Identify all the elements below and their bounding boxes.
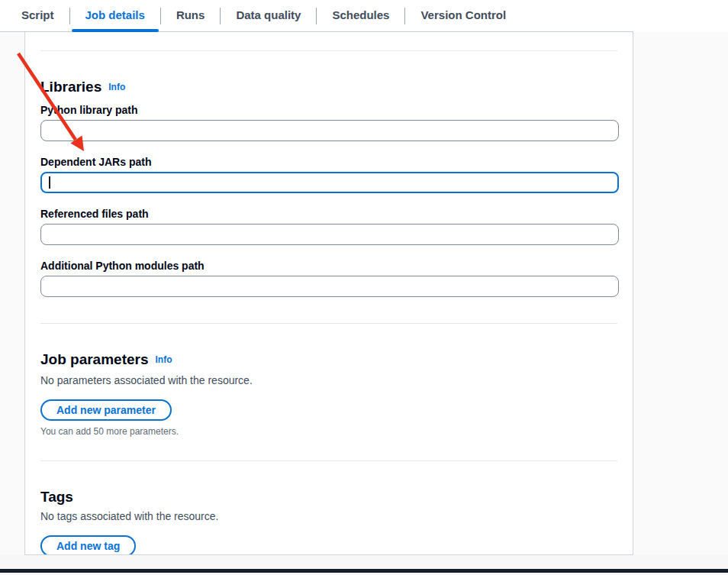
job-parameters-info-link[interactable]: Info (156, 354, 172, 365)
python-library-path-input[interactable] (40, 120, 619, 141)
python-library-path-label: Python library path (40, 103, 617, 117)
job-parameters-title-text: Job parameters (40, 351, 149, 367)
referenced-files-path-label: Referenced files path (40, 207, 617, 221)
job-tabbar: Script Job details Runs Data quality Sch… (0, 0, 633, 32)
text-caret (49, 176, 50, 189)
python-library-path-wrap (40, 120, 617, 141)
libraries-section-title: LibrariesInfo (40, 79, 617, 97)
job-details-panel: LibrariesInfo Python library path Depend… (24, 32, 633, 555)
tags-title-text: Tags (40, 489, 73, 505)
tags-empty-text: No tags associated with the resource. (40, 509, 617, 523)
libraries-title-text: Libraries (40, 79, 101, 95)
page-gutter-left (0, 32, 24, 575)
add-new-tag-button[interactable]: Add new tag (40, 535, 136, 555)
section-divider (40, 460, 617, 461)
dependent-jars-path-wrap (40, 172, 617, 193)
additional-python-modules-path-label: Additional Python modules path (40, 259, 617, 273)
tab-data-quality[interactable]: Data quality (221, 0, 316, 32)
tab-runs[interactable]: Runs (161, 0, 221, 32)
glue-job-details-screen: Script Job details Runs Data quality Sch… (0, 0, 728, 575)
additional-python-modules-path-input[interactable] (40, 276, 619, 297)
additional-python-modules-path-wrap (40, 276, 617, 297)
section-divider (40, 50, 617, 51)
window-bottom-edge (0, 569, 728, 573)
add-new-parameter-button[interactable]: Add new parameter (40, 399, 172, 421)
libraries-info-link[interactable]: Info (108, 82, 125, 92)
tab-job-details[interactable]: Job details (70, 0, 160, 32)
section-divider (40, 323, 617, 324)
tab-script[interactable]: Script (6, 0, 69, 32)
referenced-files-path-input[interactable] (40, 224, 619, 245)
referenced-files-path-wrap (40, 224, 617, 245)
tab-schedules[interactable]: Schedules (317, 0, 404, 32)
tags-section-title: Tags (40, 489, 617, 506)
job-parameters-empty-text: No parameters associated with the resour… (40, 373, 617, 387)
job-parameters-section-title: Job parametersInfo (40, 351, 617, 370)
page-gutter-right (633, 32, 728, 575)
job-parameters-helper-text: You can add 50 more parameters. (40, 425, 617, 438)
dependent-jars-path-input[interactable] (40, 172, 619, 193)
dependent-jars-path-label: Dependent JARs path (40, 155, 617, 169)
tab-version-control[interactable]: Version Control (405, 0, 521, 32)
